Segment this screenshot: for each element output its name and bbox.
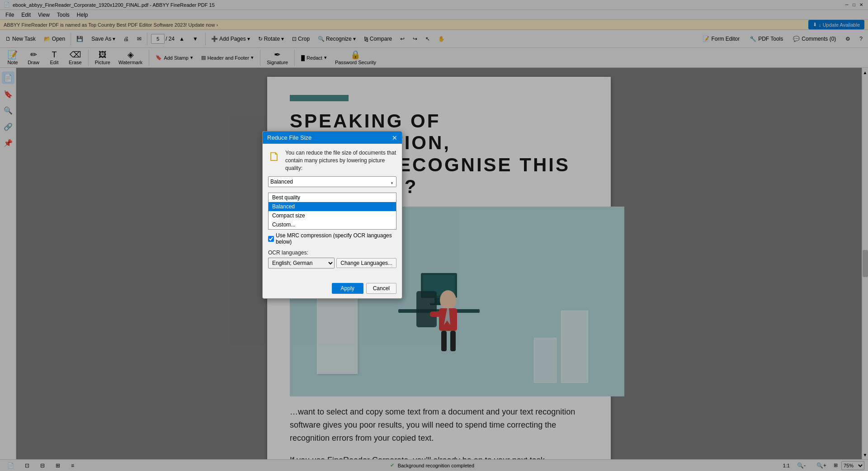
option-best-quality[interactable]: Best quality [269,193,396,202]
ocr-languages-label: OCR languages: [268,250,396,256]
modal-header: Reduce File Size ✕ [263,132,402,144]
ocr-languages-select[interactable]: English; German [268,258,335,268]
modal-overlay: Reduce File Size ✕ 🗋 You can reduce the … [0,0,868,471]
option-balanced[interactable]: Balanced [269,202,396,211]
option-custom[interactable]: Custom... [269,220,396,229]
quality-dropdown[interactable]: Best quality Balanced Compact size Custo… [268,176,396,187]
option-compact-size[interactable]: Compact size [269,211,396,220]
modal-footer: Apply Cancel [263,279,402,298]
quality-dropdown-wrapper: Best quality Balanced Compact size Custo… [268,176,396,190]
mrc-compression-checkbox[interactable] [268,236,274,242]
modal-description-text: You can reduce the file size of document… [285,149,396,172]
modal-description-row: 🗋 You can reduce the file size of docume… [268,149,396,172]
reduce-file-size-dialog: Reduce File Size ✕ 🗋 You can reduce the … [262,131,402,299]
modal-info-icon: 🗋 [268,149,281,172]
modal-body: 🗋 You can reduce the file size of docume… [263,144,402,279]
mrc-compression-label: Use MRC compression (specify OCR languag… [276,232,396,245]
change-languages-button[interactable]: Change Languages... [336,258,396,268]
apply-button[interactable]: Apply [332,283,363,294]
quality-dropdown-list: Best quality Balanced Compact size Custo… [268,193,396,230]
cancel-button[interactable]: Cancel [366,283,396,294]
mrc-compression-row: Use MRC compression (specify OCR languag… [268,232,396,245]
modal-title: Reduce File Size [267,134,311,141]
modal-close-button[interactable]: ✕ [392,135,397,141]
ocr-languages-row: English; German Change Languages... [268,258,396,268]
